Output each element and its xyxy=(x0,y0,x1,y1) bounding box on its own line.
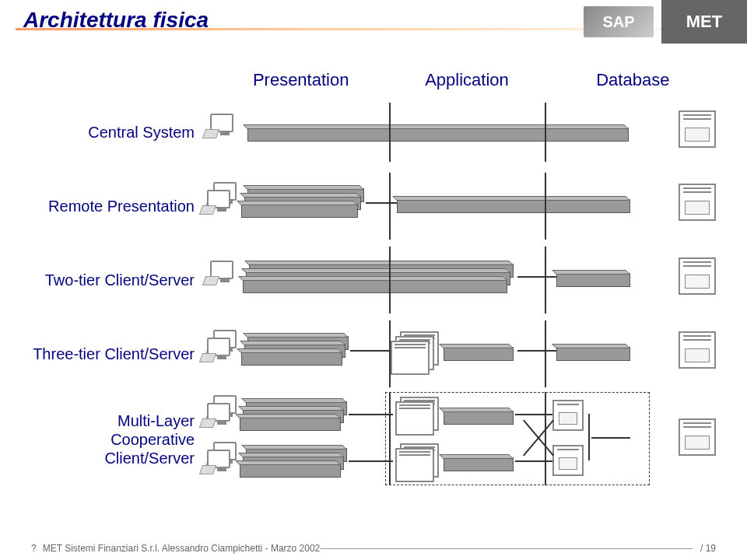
row-multi-layer: Multi-Layer Cooperative Client/Server xyxy=(31,397,716,482)
db-bar xyxy=(556,273,630,287)
pc-icon xyxy=(207,450,237,476)
pc-icon xyxy=(207,338,237,364)
presentation-bar xyxy=(240,417,341,431)
diagram-area: Presentation Application Database Centra… xyxy=(0,47,747,529)
coop-db-icon xyxy=(552,400,584,431)
app-server-icon xyxy=(395,448,434,482)
row-remote-presentation: Remote Presentation xyxy=(31,179,716,233)
divider-icon xyxy=(545,103,546,162)
db-bar xyxy=(556,347,630,361)
connector-icon xyxy=(517,276,556,278)
column-headers: Presentation Application Database xyxy=(218,70,716,90)
label-central: Central System xyxy=(31,123,210,142)
divider-icon xyxy=(389,392,391,485)
db-server-icon xyxy=(679,110,716,148)
connector-icon xyxy=(515,460,552,462)
slide-title: Architettura fisica xyxy=(23,8,209,33)
presentation-bar xyxy=(241,352,342,366)
footer-bullet: ? xyxy=(31,543,37,554)
connector-icon xyxy=(515,414,552,415)
label-multi-layer: Multi-Layer Cooperative Client/Server xyxy=(31,411,210,467)
app-server-icon xyxy=(391,341,430,375)
app-bar xyxy=(444,411,514,425)
app-server-icon xyxy=(395,401,434,436)
presentation-bar xyxy=(241,204,358,218)
divider-icon xyxy=(389,173,391,240)
col-application: Application xyxy=(384,70,549,90)
label-remote: Remote Presentation xyxy=(31,197,210,215)
connector-icon xyxy=(349,460,393,462)
connector-icon xyxy=(350,350,393,352)
db-server-icon xyxy=(679,418,716,456)
connector-icon xyxy=(591,437,630,439)
pc-icon xyxy=(210,261,240,287)
row-two-tier: Two-tier Client/Server xyxy=(31,253,716,307)
pres-app-bar xyxy=(243,279,507,293)
pc-icon xyxy=(207,190,237,216)
label-two-tier: Two-tier Client/Server xyxy=(31,271,210,289)
divider-icon xyxy=(389,320,391,387)
divider-icon xyxy=(545,173,546,240)
row-central-system: Central System xyxy=(31,109,716,156)
slide-header: Architettura fisica SAP MET xyxy=(0,0,747,47)
divider-icon xyxy=(389,103,391,162)
terminal-icon xyxy=(210,114,240,140)
connector-icon xyxy=(366,202,397,204)
label-three-tier: Three-tier Client/Server xyxy=(31,345,210,363)
sap-logo: SAP xyxy=(584,6,654,37)
db-server-icon xyxy=(679,257,716,295)
footer-rule xyxy=(320,548,693,549)
met-logo: MET xyxy=(661,0,747,44)
col-presentation: Presentation xyxy=(218,70,384,90)
app-bar xyxy=(444,457,514,471)
divider-icon xyxy=(389,247,391,313)
divider-icon xyxy=(545,320,546,387)
pc-icon xyxy=(207,403,237,429)
col-database: Database xyxy=(550,70,716,90)
app-bar xyxy=(444,347,514,361)
db-server-icon xyxy=(679,184,716,221)
row-three-tier: Three-tier Client/Server xyxy=(31,327,716,381)
coop-db-icon xyxy=(552,445,584,476)
divider-icon xyxy=(545,392,546,485)
slide-footer: ? MET Sistemi Finanziari S.r.l. Alessand… xyxy=(31,543,716,554)
footer-page: / 19 xyxy=(700,543,716,554)
presentation-bar xyxy=(240,464,341,478)
connector-icon xyxy=(349,414,393,415)
connector-icon xyxy=(517,350,556,352)
footer-text: MET Sistemi Finanziari S.r.l. Alessandro… xyxy=(43,543,321,554)
divider-icon xyxy=(545,247,546,313)
app-db-bar xyxy=(397,199,630,213)
combined-bar xyxy=(247,128,629,142)
connector-icon xyxy=(588,414,590,460)
db-server-icon xyxy=(679,331,716,369)
